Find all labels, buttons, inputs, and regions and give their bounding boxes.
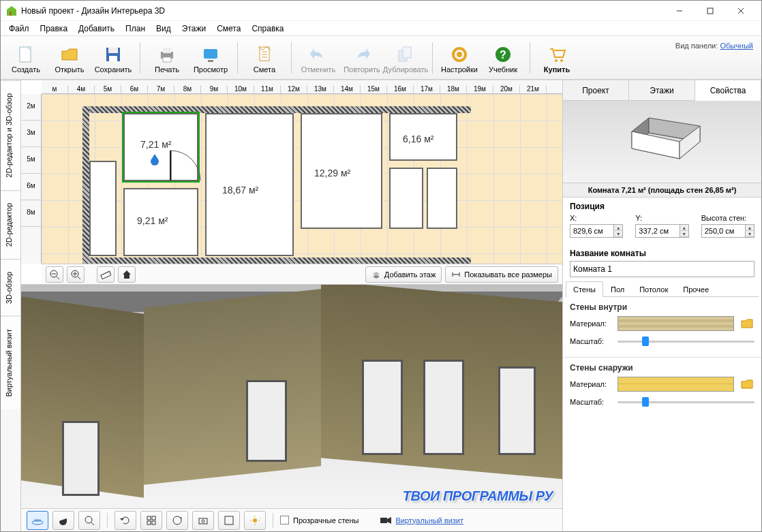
tab-floors[interactable]: Этажи (629, 80, 695, 100)
room-small-2[interactable] (427, 168, 457, 229)
menu-file[interactable]: Файл (3, 22, 35, 35)
camera-button[interactable] (192, 511, 214, 530)
svg-marker-65 (387, 517, 391, 524)
zoom-out-button[interactable] (46, 266, 63, 283)
inner-scale-slider[interactable] (618, 335, 755, 347)
room-preview[interactable] (563, 101, 761, 183)
svg-point-54 (173, 516, 181, 525)
room-corridor[interactable] (89, 161, 117, 256)
transparent-walls-checkbox[interactable] (280, 516, 289, 525)
plan-2d-pane[interactable]: м4м5м6м7м8м9м10м11м12м13м14м15м16м17м18м… (21, 80, 562, 285)
roomname-label: Название комнаты (570, 249, 755, 258)
x-input[interactable] (570, 225, 613, 237)
measure-button[interactable] (97, 266, 115, 283)
settings-button[interactable]: Настройки (438, 38, 481, 78)
home-button[interactable] (118, 266, 136, 283)
position-label: Позиция (570, 202, 755, 211)
maximize-button[interactable] (695, 1, 725, 20)
svg-point-57 (202, 520, 204, 522)
inner-material-swatch[interactable] (618, 316, 734, 331)
room-5-label: 9,21 м² (137, 215, 168, 226)
view-3d-pane[interactable]: ТВОИ ПРОГРАММЫ РУ 360 Прозрачные стены В… (21, 285, 562, 531)
undo-button[interactable]: Отменить (297, 38, 339, 78)
inner-material-label: Материал: (570, 319, 612, 328)
menu-floors[interactable]: Этажи (177, 22, 211, 35)
outer-scale-slider[interactable] (618, 396, 755, 408)
svg-rect-51 (152, 516, 155, 520)
outer-material-browse[interactable] (740, 377, 755, 392)
menu-help[interactable]: Справка (246, 22, 289, 35)
show-dims-button[interactable]: Показывать все размеры (445, 266, 558, 283)
roomname-section: Название комнаты (563, 245, 761, 281)
inner-material-browse[interactable] (740, 316, 755, 331)
vtab-3d[interactable]: 3D-обзор (1, 259, 20, 316)
svg-rect-52 (147, 521, 151, 525)
ruler-vertical: 2м3м5м6м8м (21, 94, 42, 264)
menu-plan[interactable]: План (120, 22, 151, 35)
workspace: 2D-редактор и 3D-обзор 2D-редактор 3D-об… (1, 80, 761, 531)
height-input[interactable] (702, 225, 745, 237)
menu-estimate[interactable]: Смета (211, 22, 246, 35)
subtab-floor[interactable]: Пол (603, 281, 632, 297)
sun-button[interactable] (244, 511, 266, 530)
vtab-tour[interactable]: Виртуальный визит (1, 316, 20, 409)
tutorial-button[interactable]: ?Учебник (482, 38, 524, 78)
zoom-button[interactable] (78, 511, 100, 530)
plan-canvas[interactable]: 7,21 м² 18,67 м² 12,29 м² 6,16 м² 9,21 м… (42, 94, 562, 264)
zoom-in-button[interactable] (67, 266, 85, 283)
vtab-2d[interactable]: 2D-редактор (1, 190, 20, 259)
menubar: Файл Правка Добавить План Вид Этажи Смет… (1, 21, 761, 36)
height-spinner[interactable]: ▲▼ (701, 224, 755, 238)
room-small-1[interactable] (389, 168, 423, 229)
close-button[interactable] (725, 1, 756, 20)
buy-button[interactable]: Купить (536, 38, 578, 78)
app-icon (6, 5, 17, 16)
reset-button[interactable] (115, 511, 136, 530)
open-button[interactable]: Открыть (48, 38, 91, 78)
vtab-combo[interactable]: 2D-редактор и 3D-обзор (1, 80, 20, 190)
x-spinner[interactable]: ▲▼ (570, 224, 623, 238)
fullscreen-button[interactable] (218, 511, 240, 530)
svg-marker-39 (123, 270, 131, 279)
add-floor-button[interactable]: Добавить этаж (365, 266, 442, 283)
svg-rect-3 (707, 8, 713, 14)
new-button[interactable]: Создать (5, 38, 47, 78)
svg-rect-9 (108, 48, 118, 53)
minimize-button[interactable] (664, 1, 695, 20)
buy-label: Купить (544, 65, 570, 74)
estimate-button[interactable]: Смета (243, 38, 286, 78)
menu-view[interactable]: Вид (151, 22, 177, 35)
open-label: Открыть (55, 65, 84, 74)
duplicate-button[interactable]: Дублировать (384, 38, 427, 78)
preview-label: Просмотр (194, 65, 228, 74)
pan-button[interactable] (52, 511, 74, 530)
orbit-button[interactable]: 360 (27, 511, 48, 530)
save-button[interactable]: Сохранить (92, 38, 134, 78)
y-spinner[interactable]: ▲▼ (635, 224, 688, 238)
redo-button[interactable]: Повторить (341, 38, 383, 78)
tab-properties[interactable]: Свойства (695, 80, 761, 101)
panel-mode-link[interactable]: Обычный (720, 42, 753, 50)
floorplan[interactable]: 7,21 м² 18,67 м² 12,29 м² 6,16 м² 9,21 м… (82, 106, 471, 264)
svg-text:?: ? (500, 49, 506, 61)
svg-rect-1 (10, 12, 12, 16)
subtab-other[interactable]: Прочее (675, 281, 716, 297)
outer-material-swatch[interactable] (618, 377, 734, 392)
rotate-button[interactable] (166, 511, 188, 530)
save-label: Сохранить (95, 65, 132, 74)
tab-project[interactable]: Проект (563, 80, 629, 100)
svg-marker-41 (373, 272, 380, 276)
grid3d-button[interactable] (140, 511, 162, 530)
vertical-tabs: 2D-редактор и 3D-обзор 2D-редактор 3D-об… (1, 80, 21, 531)
subtab-walls[interactable]: Стены (566, 281, 603, 297)
subtab-ceiling[interactable]: Потолок (632, 281, 675, 297)
svg-rect-12 (163, 48, 171, 53)
menu-add[interactable]: Добавить (73, 22, 120, 35)
room-4-label: 12,29 м² (314, 168, 350, 178)
roomname-input[interactable] (570, 261, 755, 277)
y-input[interactable] (636, 225, 679, 237)
preview-button[interactable]: Просмотр (189, 38, 232, 78)
virtual-tour-link[interactable]: Виртуальный визит (395, 516, 463, 525)
menu-edit[interactable]: Правка (35, 22, 74, 35)
print-button[interactable]: Печать (146, 38, 188, 78)
